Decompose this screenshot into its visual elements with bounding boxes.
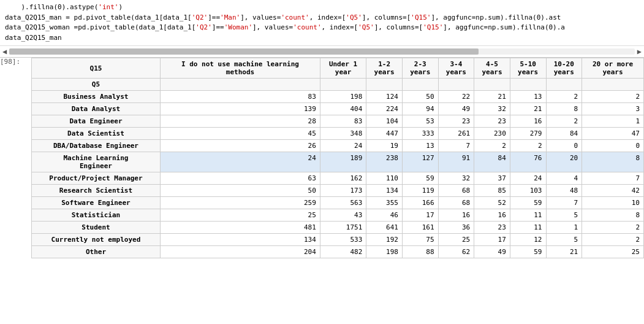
row-label: Data Scientist xyxy=(31,128,160,140)
sub-col-20plus xyxy=(582,79,644,91)
cell-value: 59 xyxy=(402,172,438,185)
cell-value: 42 xyxy=(582,185,644,197)
cell-value: 84 xyxy=(474,152,510,172)
cell-value: 230 xyxy=(474,128,510,140)
row-label: Machine LearningEngineer xyxy=(31,152,160,172)
cell-value: 134 xyxy=(161,234,320,246)
col-1-2: 1-2years xyxy=(366,58,403,79)
cell-value: 7 xyxy=(546,197,582,209)
scroll-right-arrow[interactable]: ▶ xyxy=(637,47,642,56)
scroll-left-arrow[interactable]: ◀ xyxy=(2,47,7,56)
horizontal-scrollbar[interactable]: ◀ ▶ xyxy=(0,46,644,58)
code-line-4: data_Q2Q15_man xyxy=(5,33,639,44)
col-under1: Under 1year xyxy=(320,58,366,79)
cell-value: 279 xyxy=(510,128,546,140)
cell-value: 25 xyxy=(582,246,644,258)
output-area: [98]: Q15 I do not use machine learningm… xyxy=(0,58,644,258)
cell-value: 62 xyxy=(438,246,474,258)
cell-value: 25 xyxy=(161,209,320,222)
cell-value: 3 xyxy=(582,103,644,115)
cell-value: 85 xyxy=(474,185,510,197)
sub-header-q5: Q5 xyxy=(31,79,160,91)
cell-value: 2 xyxy=(582,91,644,103)
cell-value: 333 xyxy=(402,128,438,140)
cell-value: 47 xyxy=(582,128,644,140)
cell-value: 13 xyxy=(402,140,438,152)
cell-value: 83 xyxy=(320,115,366,128)
cell-value: 0 xyxy=(582,140,644,152)
cell-value: 75 xyxy=(402,234,438,246)
row-label: Business Analyst xyxy=(31,91,160,103)
row-label: Currently not employed xyxy=(31,234,160,246)
sub-col-under1 xyxy=(320,79,366,91)
cell-value: 83 xyxy=(161,91,320,103)
col-5-10: 5-10years xyxy=(510,58,546,79)
output-label: [98]: xyxy=(0,58,31,258)
col-10-20: 10-20years xyxy=(546,58,582,79)
cell-value: 5 xyxy=(546,234,582,246)
cell-value: 7 xyxy=(582,172,644,185)
cell-value: 24 xyxy=(320,140,366,152)
cell-value: 46 xyxy=(366,209,403,222)
sub-col-5-10 xyxy=(510,79,546,91)
cell-value: 68 xyxy=(438,185,474,197)
cell-value: 5 xyxy=(546,209,582,222)
cell-value: 2 xyxy=(546,91,582,103)
cell-value: 68 xyxy=(438,197,474,209)
col-no-ml: I do not use machine learningmethods xyxy=(161,58,320,79)
sub-col-4-5 xyxy=(474,79,510,91)
cell-value: 24 xyxy=(161,152,320,172)
cell-value: 84 xyxy=(546,128,582,140)
cell-value: 0 xyxy=(546,140,582,152)
table-row: Data Scientist453484473332612302798447 xyxy=(31,128,643,140)
row-label: Other xyxy=(31,246,160,258)
cell-value: 198 xyxy=(366,246,403,258)
cell-value: 404 xyxy=(320,103,366,115)
sub-col-3-4 xyxy=(438,79,474,91)
cell-value: 104 xyxy=(366,115,403,128)
cell-value: 49 xyxy=(474,246,510,258)
cell-value: 134 xyxy=(366,185,403,197)
cell-value: 447 xyxy=(366,128,403,140)
table-row: Student481175164116136231112 xyxy=(31,222,643,234)
code-line-3: data_Q2Q15_woman =pd.pivot_table(data_1[… xyxy=(5,23,639,33)
cell-value: 103 xyxy=(510,185,546,197)
cell-value: 63 xyxy=(161,172,320,185)
cell-value: 481 xyxy=(161,222,320,234)
cell-value: 49 xyxy=(438,103,474,115)
cell-value: 482 xyxy=(320,246,366,258)
cell-value: 238 xyxy=(366,152,403,172)
cell-value: 50 xyxy=(161,185,320,197)
row-label: Software Engineer xyxy=(31,197,160,209)
cell-value: 13 xyxy=(510,91,546,103)
cell-value: 110 xyxy=(366,172,403,185)
cell-value: 26 xyxy=(161,140,320,152)
cell-value: 25 xyxy=(438,234,474,246)
cell-value: 4 xyxy=(546,172,582,185)
cell-value: 355 xyxy=(366,197,403,209)
cell-value: 32 xyxy=(474,103,510,115)
cell-value: 23 xyxy=(474,115,510,128)
cell-value: 23 xyxy=(474,222,510,234)
table-row: Data Analyst1394042249449322183 xyxy=(31,103,643,115)
cell-value: 11 xyxy=(510,222,546,234)
cell-value: 91 xyxy=(438,152,474,172)
cell-value: 192 xyxy=(366,234,403,246)
cell-value: 2 xyxy=(510,140,546,152)
cell-value: 32 xyxy=(438,172,474,185)
scroll-track[interactable] xyxy=(9,48,635,55)
row-label: Data Analyst xyxy=(31,103,160,115)
sub-col-10-20 xyxy=(546,79,582,91)
table-row: DBA/Database Engineer2624191372200 xyxy=(31,140,643,152)
cell-value: 127 xyxy=(402,152,438,172)
cell-value: 173 xyxy=(320,185,366,197)
cell-value: 48 xyxy=(546,185,582,197)
cell-value: 45 xyxy=(161,128,320,140)
scroll-thumb[interactable] xyxy=(9,48,478,55)
cell-value: 76 xyxy=(510,152,546,172)
cell-value: 2 xyxy=(582,234,644,246)
code-line-1: ).fillna(0).astype('int') xyxy=(5,2,639,13)
cell-value: 17 xyxy=(474,234,510,246)
data-table: Q15 I do not use machine learningmethods… xyxy=(31,58,644,258)
cell-value: 2 xyxy=(582,222,644,234)
